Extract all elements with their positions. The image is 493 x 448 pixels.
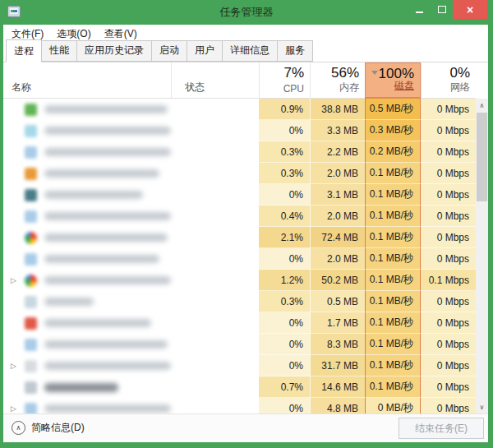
maximize-button[interactable] <box>431 0 453 19</box>
disk-cell: 0.1 MB/秒 <box>365 270 421 291</box>
window-content: 文件(F) 选项(O) 查看(V) 进程 性能 应用历史记录 启动 用户 详细信… <box>3 25 488 442</box>
tab-services[interactable]: 服务 <box>278 40 313 62</box>
memory-cell: 2.2 MB <box>310 141 365 163</box>
title-bar[interactable]: 任务管理器 × <box>0 0 493 25</box>
cpu-cell: 0.7% <box>259 376 310 398</box>
cpu-cell: 0% <box>259 355 310 376</box>
status-cell <box>171 355 259 376</box>
column-header-memory[interactable]: 56% 内存 <box>310 62 365 99</box>
table-row[interactable]: 2.1%72.4 MB0.1 MB/秒0 Mbps <box>3 227 476 248</box>
menu-file[interactable]: 文件(F) <box>12 27 44 41</box>
cpu-cell: 0% <box>259 398 310 413</box>
network-cell: 0 Mbps <box>421 163 476 184</box>
column-header-status[interactable]: 状态 <box>171 62 259 99</box>
column-header-name[interactable]: 名称 <box>3 62 171 99</box>
column-header-network[interactable]: 0% 网络 <box>421 62 476 99</box>
tab-processes[interactable]: 进程 <box>6 39 42 62</box>
minimize-button[interactable] <box>408 0 431 19</box>
status-cell <box>171 291 259 312</box>
process-icon <box>25 360 37 372</box>
menu-options[interactable]: 选项(O) <box>57 27 90 41</box>
tab-bar: 进程 性能 应用历史记录 启动 用户 详细信息 服务 <box>3 43 488 62</box>
column-header-disk[interactable]: 100% 磁盘 <box>365 62 421 99</box>
memory-cell: 2.0 MB <box>310 163 365 184</box>
process-icon <box>25 168 37 180</box>
tab-details[interactable]: 详细信息 <box>223 40 278 62</box>
scrollbar-thumb[interactable] <box>477 113 487 201</box>
network-cell: 0 Mbps <box>421 291 476 312</box>
disk-cell: 0.1 MB/秒 <box>365 248 421 270</box>
status-cell <box>171 163 259 184</box>
end-task-button[interactable]: 结束任务(E) <box>399 418 484 439</box>
cpu-cell: 0% <box>259 248 310 270</box>
close-button[interactable]: × <box>453 0 487 19</box>
process-name-cell <box>3 163 171 184</box>
table-row[interactable]: 0.4%2.0 MB0.1 MB/秒0 Mbps <box>3 206 476 227</box>
disk-cell: 0.1 MB/秒 <box>365 291 421 312</box>
cpu-cell: 0% <box>259 312 310 334</box>
disk-cell: 0.1 MB/秒 <box>365 227 421 248</box>
cpu-cell: 0% <box>259 120 310 141</box>
task-manager-window: 任务管理器 × 文件(F) 选项(O) 查看(V) 进程 性能 应用历史记录 启… <box>0 0 493 448</box>
status-cell <box>171 376 259 398</box>
menu-view[interactable]: 查看(V) <box>104 27 137 41</box>
table-row[interactable]: 0.9%38.8 MB0.5 MB/秒0 Mbps <box>3 99 476 120</box>
table-row[interactable]: 0.3%0.5 MB0.1 MB/秒0 Mbps <box>3 291 476 312</box>
status-cell <box>171 270 259 291</box>
table-row[interactable]: 0%3.3 MB0.3 MB/秒0 Mbps <box>3 120 476 141</box>
expander-icon[interactable]: ▷ <box>11 362 16 370</box>
table-row[interactable]: ▷0%31.7 MB0.1 MB/秒0 Mbps <box>3 355 476 376</box>
table-row[interactable]: ▷0%4.8 MB0 MB/秒0 Mbps <box>3 398 476 413</box>
network-cell: 0 Mbps <box>421 120 476 141</box>
memory-cell: 1.7 MB <box>310 312 365 334</box>
table-row[interactable]: 0%3.1 MB0.1 MB/秒0 Mbps <box>3 184 476 206</box>
status-cell <box>171 141 259 163</box>
tab-startup[interactable]: 启动 <box>152 40 187 62</box>
minimize-icon <box>416 12 423 13</box>
process-name-redacted <box>44 191 143 199</box>
process-icon <box>25 296 37 308</box>
process-name-redacted <box>44 319 151 327</box>
process-icon <box>25 125 37 137</box>
table-row[interactable]: 0%2.0 MB0.1 MB/秒0 Mbps <box>3 248 476 270</box>
table-row[interactable]: ▷1.2%50.2 MB0.1 MB/秒0.1 Mbps <box>3 270 476 291</box>
table-row[interactable]: 0%1.7 MB0.1 MB/秒0 Mbps <box>3 312 476 334</box>
status-cell <box>171 248 259 270</box>
expander-icon[interactable]: ▷ <box>11 404 16 413</box>
scroll-down-icon[interactable]: ∨ <box>476 400 488 413</box>
network-cell: 0 Mbps <box>421 99 476 120</box>
tab-app-history[interactable]: 应用历史记录 <box>77 40 152 62</box>
details-label: 简略信息(D) <box>31 421 85 435</box>
process-name-cell <box>3 248 171 270</box>
tab-users[interactable]: 用户 <box>187 40 223 62</box>
process-name-cell: ▷ <box>3 270 171 291</box>
table-row[interactable]: 0.3%2.0 MB0.1 MB/秒0 Mbps <box>3 163 476 184</box>
table-row[interactable]: 0.3%2.2 MB0.2 MB/秒0 Mbps <box>3 141 476 163</box>
column-header-cpu[interactable]: 7% CPU <box>259 62 310 99</box>
process-icon <box>25 253 37 266</box>
scroll-up-icon[interactable]: ∧ <box>476 99 488 112</box>
network-cell: 0 Mbps <box>421 334 476 355</box>
close-icon: × <box>467 4 473 16</box>
cpu-cell: 0.9% <box>259 99 310 120</box>
tab-performance[interactable]: 性能 <box>42 40 77 62</box>
scrollbar[interactable]: ∧ ∨ <box>476 99 488 413</box>
process-name-redacted <box>44 233 168 242</box>
process-icon <box>25 275 37 287</box>
process-icon <box>25 403 37 414</box>
process-name-redacted <box>44 404 171 413</box>
process-name-redacted <box>44 255 159 263</box>
table-row[interactable]: 0%8.3 MB0.1 MB/秒0 Mbps <box>3 334 476 355</box>
memory-cell: 3.1 MB <box>310 184 365 206</box>
process-table-body: 0.9%38.8 MB0.5 MB/秒0 Mbps0%3.3 MB0.3 MB/… <box>3 99 476 413</box>
process-name-redacted <box>44 298 94 306</box>
status-cell <box>171 398 259 413</box>
process-name-redacted <box>44 362 171 370</box>
disk-cell: 0.1 MB/秒 <box>365 163 421 184</box>
table-row[interactable]: 0.7%14.6 MB0.1 MB/秒0 Mbps <box>3 376 476 398</box>
cpu-cell: 2.1% <box>259 227 310 248</box>
status-cell <box>171 334 259 355</box>
details-toggle[interactable]: ∧ 简略信息(D) <box>12 421 85 435</box>
status-cell <box>171 312 259 334</box>
expander-icon[interactable]: ▷ <box>11 276 16 284</box>
